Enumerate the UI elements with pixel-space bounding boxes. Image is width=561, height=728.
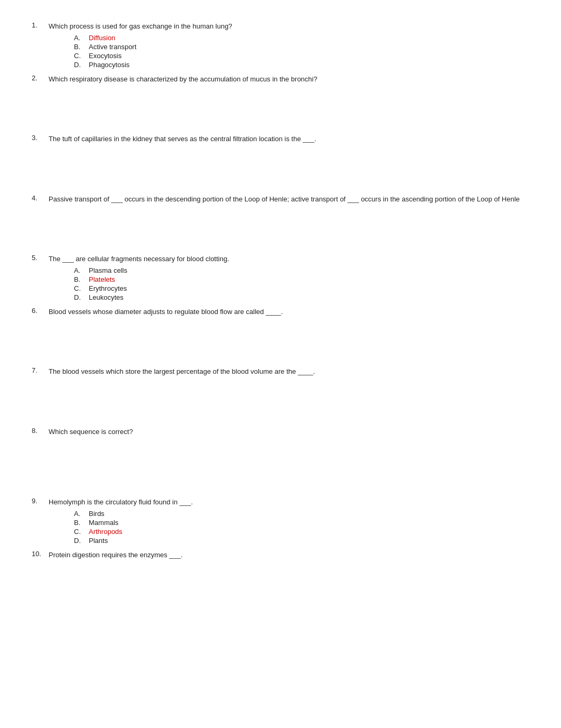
option-letter-1b: B. (74, 43, 89, 51)
question-block-7: 7. The blood vessels which store the lar… (32, 366, 529, 421)
option-row-1c: C. Exocytosis (74, 52, 529, 60)
question-row-3: 3. The tuft of capillaries in the kidney… (32, 134, 529, 144)
option-letter-1a: A. (74, 34, 89, 42)
option-text-5d: Leukocytes (89, 293, 124, 301)
option-row-5c: C. Erythrocytes (74, 284, 529, 292)
question-text-1: Which process is used for gas exchange i… (49, 21, 529, 32)
question-row-9: 9. Hemolymph is the circulatory fluid fo… (32, 497, 529, 508)
option-row-1a: A. Diffusion (74, 34, 529, 42)
option-text-9c: Arthropods (89, 528, 123, 536)
question-number-6: 6. (32, 307, 49, 315)
question-number-2: 2. (32, 74, 49, 82)
spacer-after-q4 (32, 206, 529, 248)
option-text-5b: Platelets (89, 275, 115, 283)
option-row-9a: A. Birds (74, 510, 529, 518)
option-row-1d: D. Phagocytosis (74, 61, 529, 69)
option-letter-1c: C. (74, 52, 89, 60)
option-row-5a: A. Plasma cells (74, 266, 529, 274)
question-block-6: 6. Blood vessels whose diameter adjusts … (32, 307, 529, 362)
option-letter-5d: D. (74, 293, 89, 301)
option-letter-5b: B. (74, 275, 89, 283)
question-number-9: 9. (32, 497, 49, 505)
question-number-1: 1. (32, 21, 49, 29)
option-text-9a: Birds (89, 510, 105, 518)
option-letter-9c: C. (74, 528, 89, 536)
question-row-5: 5. The ___ are cellular fragments necess… (32, 254, 529, 264)
option-text-9b: Mammals (89, 519, 118, 527)
spacer-after-q7 (32, 379, 529, 421)
option-row-9c: C. Arthropods (74, 528, 529, 536)
spacer-after-q2 (32, 86, 529, 128)
question-block-8: 8. Which sequence is correct? (32, 427, 529, 492)
question-text-10: Protein digestion requires the enzymes _… (49, 550, 529, 560)
question-number-5: 5. (32, 254, 49, 262)
options-list-9: A. Birds B. Mammals C. Arthropods D. Pla… (74, 510, 529, 545)
option-text-1c: Exocytosis (89, 52, 121, 60)
question-row-8: 8. Which sequence is correct? (32, 427, 529, 437)
question-block-10: 10. Protein digestion requires the enzym… (32, 550, 529, 560)
question-row-10: 10. Protein digestion requires the enzym… (32, 550, 529, 560)
option-letter-9d: D. (74, 537, 89, 545)
question-number-4: 4. (32, 194, 49, 202)
question-text-5: The ___ are cellular fragments necessary… (49, 254, 529, 264)
question-row-2: 2. Which respiratory disease is characte… (32, 74, 529, 85)
option-row-9d: D. Plants (74, 537, 529, 545)
question-number-10: 10. (32, 550, 49, 558)
question-block-3: 3. The tuft of capillaries in the kidney… (32, 134, 529, 189)
option-letter-9a: A. (74, 510, 89, 518)
option-text-1b: Active transport (89, 43, 136, 51)
option-letter-1d: D. (74, 61, 89, 69)
question-row-7: 7. The blood vessels which store the lar… (32, 366, 529, 377)
question-text-9: Hemolymph is the circulatory fluid found… (49, 497, 529, 508)
option-text-5c: Erythrocytes (89, 284, 127, 292)
question-row-6: 6. Blood vessels whose diameter adjusts … (32, 307, 529, 317)
question-text-8: Which sequence is correct? (49, 427, 529, 437)
question-text-6: Blood vessels whose diameter adjusts to … (49, 307, 529, 317)
option-row-9b: B. Mammals (74, 519, 529, 527)
question-text-3: The tuft of capillaries in the kidney th… (49, 134, 529, 144)
option-text-5a: Plasma cells (89, 266, 127, 274)
option-row-5b: B. Platelets (74, 275, 529, 283)
question-block-2: 2. Which respiratory disease is characte… (32, 74, 529, 129)
option-letter-5a: A. (74, 266, 89, 274)
option-text-1d: Phagocytosis (89, 61, 129, 69)
question-row-4: 4. Passive transport of ___ occurs in th… (32, 194, 529, 205)
question-number-3: 3. (32, 134, 49, 142)
options-list-1: A. Diffusion B. Active transport C. Exoc… (74, 34, 529, 69)
question-row-1: 1. Which process is used for gas exchang… (32, 21, 529, 32)
question-block-1: 1. Which process is used for gas exchang… (32, 21, 529, 69)
question-block-4: 4. Passive transport of ___ occurs in th… (32, 194, 529, 249)
question-number-8: 8. (32, 427, 49, 435)
question-text-7: The blood vessels which store the larges… (49, 366, 529, 377)
question-text-2: Which respiratory disease is characteriz… (49, 74, 529, 85)
question-text-4: Passive transport of ___ occurs in the d… (49, 194, 529, 205)
question-number-7: 7. (32, 366, 49, 374)
question-block-5: 5. The ___ are cellular fragments necess… (32, 254, 529, 301)
option-text-1a: Diffusion (89, 34, 115, 42)
question-block-9: 9. Hemolymph is the circulatory fluid fo… (32, 497, 529, 545)
option-row-5d: D. Leukocytes (74, 293, 529, 301)
option-row-1b: B. Active transport (74, 43, 529, 51)
option-text-9d: Plants (89, 537, 108, 545)
options-list-5: A. Plasma cells B. Platelets C. Erythroc… (74, 266, 529, 301)
spacer-after-q8 (32, 439, 529, 492)
spacer-after-q6 (32, 319, 529, 361)
spacer-after-q3 (32, 146, 529, 189)
option-letter-5c: C. (74, 284, 89, 292)
questions-container: 1. Which process is used for gas exchang… (32, 21, 529, 560)
option-letter-9b: B. (74, 519, 89, 527)
